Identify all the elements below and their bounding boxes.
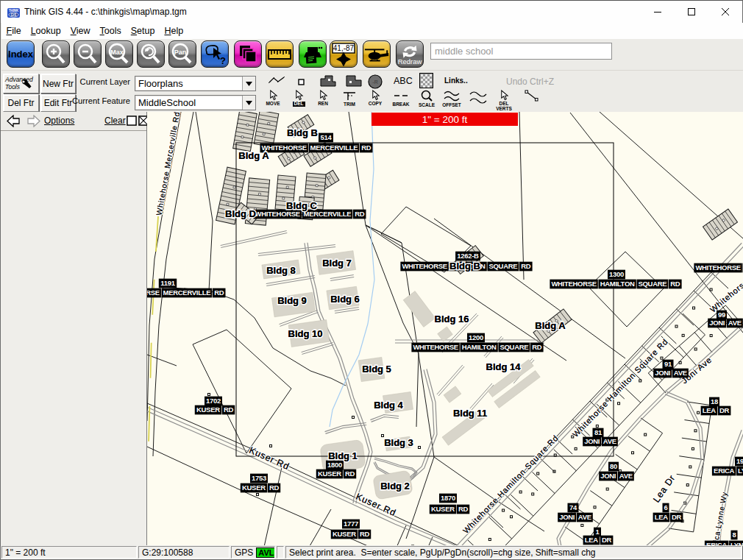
maximize-button[interactable] bbox=[675, 1, 708, 23]
menu-view[interactable]: View bbox=[65, 26, 95, 36]
links-button[interactable]: Links.. bbox=[444, 77, 468, 85]
edit-toolbar: AdvancedTools New Ftr Del Ftr Edit Ftr C… bbox=[1, 71, 743, 113]
svg-text:AVE: AVE bbox=[619, 472, 633, 480]
measure-button[interactable] bbox=[266, 40, 294, 68]
menu-tools[interactable]: Tools bbox=[95, 26, 126, 36]
svg-text:80: 80 bbox=[610, 462, 617, 470]
draw-polygon-icon[interactable] bbox=[319, 74, 337, 91]
menu-help[interactable]: Help bbox=[160, 26, 188, 36]
current-layer-select[interactable]: Floorplans bbox=[135, 76, 256, 91]
svg-text:KUSER: KUSER bbox=[318, 469, 341, 478]
svg-text:MERCERVILLE: MERCERVILLE bbox=[304, 210, 352, 218]
tool-segment[interactable] bbox=[519, 90, 544, 102]
svg-text:DR: DR bbox=[719, 406, 730, 414]
window-title: Think GIS 4.44 - c:\thinkgis\map\map.tgm bbox=[24, 7, 187, 17]
svg-text:Bldg D: Bldg D bbox=[225, 208, 256, 219]
svg-text:AVE: AVE bbox=[728, 319, 742, 327]
svg-text:RD: RD bbox=[355, 210, 365, 218]
current-feature-label: Current Feature bbox=[1, 96, 132, 105]
draw-point-icon[interactable] bbox=[297, 77, 306, 90]
status-gps: GPSAVL bbox=[231, 546, 275, 559]
app-icon: THINK GIS bbox=[7, 7, 20, 17]
svg-text:1870: 1870 bbox=[441, 494, 455, 502]
draw-rectangle-icon[interactable] bbox=[345, 74, 363, 91]
svg-text:WHITEHORSE: WHITEHORSE bbox=[147, 288, 160, 297]
svg-text:1200: 1200 bbox=[469, 333, 483, 341]
svg-text:GIS: GIS bbox=[11, 13, 17, 16]
svg-text:Bldg 7: Bldg 7 bbox=[322, 258, 352, 269]
minimize-button[interactable] bbox=[641, 1, 675, 23]
map-svg: Whitehorse Mercerville RdWhitehorse Merc… bbox=[147, 112, 743, 546]
svg-text:RD: RD bbox=[345, 469, 355, 478]
svg-text:Bldg 4: Bldg 4 bbox=[374, 400, 403, 411]
svg-text:Bldg 11: Bldg 11 bbox=[453, 408, 487, 419]
tool-copy[interactable]: COPY bbox=[363, 90, 388, 107]
undo-button[interactable]: Undo Ctrl+Z bbox=[506, 77, 554, 87]
zoom-in-button[interactable] bbox=[42, 40, 70, 68]
svg-text:AVE: AVE bbox=[603, 437, 616, 445]
draw-text-icon[interactable]: ABC bbox=[394, 75, 413, 89]
svg-text:18: 18 bbox=[711, 397, 718, 405]
chevron-down-icon[interactable] bbox=[242, 96, 255, 110]
svg-text:19: 19 bbox=[736, 457, 743, 465]
menu-lookup[interactable]: Lookup bbox=[26, 26, 65, 36]
tool-move[interactable]: MOVE bbox=[260, 90, 285, 107]
svg-text:DR: DR bbox=[672, 513, 682, 521]
layers-button[interactable] bbox=[234, 40, 262, 68]
svg-text:RD: RD bbox=[458, 505, 469, 513]
helicopter-button[interactable] bbox=[363, 40, 391, 68]
svg-text:1753: 1753 bbox=[252, 474, 266, 482]
search-input[interactable] bbox=[430, 43, 612, 60]
draw-image-icon[interactable] bbox=[419, 73, 433, 91]
close-button[interactable] bbox=[708, 1, 742, 23]
forward-arrow-icon[interactable] bbox=[27, 115, 40, 127]
tool-trim[interactable]: TRIM bbox=[337, 90, 362, 107]
tool-smooth[interactable] bbox=[466, 90, 491, 104]
gps-position-button[interactable]: 41,-87 bbox=[330, 40, 358, 68]
identify-button[interactable]: ? bbox=[201, 40, 229, 68]
clear-link[interactable]: Clear bbox=[104, 116, 126, 126]
status-message: Select print area. S=enter scale, PgUp/P… bbox=[285, 546, 742, 559]
svg-text:514: 514 bbox=[321, 133, 333, 141]
tool-ren[interactable]: REN bbox=[310, 90, 335, 107]
status-coords: G:29:100588 bbox=[138, 546, 230, 559]
svg-text:RD: RD bbox=[214, 288, 224, 297]
menu-file[interactable]: File bbox=[1, 26, 26, 36]
svg-text:LEA: LEA bbox=[703, 406, 717, 414]
current-layer-label: Current Layer bbox=[1, 77, 132, 86]
tool-break[interactable]: BREAK bbox=[388, 90, 413, 107]
tool-scale[interactable]: SCALE bbox=[414, 90, 439, 108]
zoom-out-button[interactable] bbox=[74, 40, 102, 68]
svg-text:1777: 1777 bbox=[344, 520, 358, 528]
svg-text:41,-87: 41,-87 bbox=[333, 44, 355, 52]
svg-text:JONI: JONI bbox=[584, 437, 600, 445]
options-link[interactable]: Options bbox=[44, 116, 74, 126]
tool-del-verts[interactable]: DELVERTS bbox=[491, 90, 516, 111]
zoom-previous-button[interactable] bbox=[137, 40, 165, 68]
svg-text:LYNNE: LYNNE bbox=[738, 467, 743, 475]
current-feature-select[interactable]: MiddleSchool bbox=[135, 95, 256, 110]
svg-text:HAMILTON: HAMILTON bbox=[462, 343, 497, 351]
back-arrow-icon[interactable] bbox=[7, 115, 20, 127]
current-feature-value: MiddleSchool bbox=[135, 97, 242, 108]
print-button[interactable] bbox=[299, 40, 327, 68]
svg-text:81: 81 bbox=[594, 428, 602, 436]
svg-text:Bldg B: Bldg B bbox=[287, 127, 318, 138]
tool-del[interactable]: DEL bbox=[286, 90, 311, 107]
svg-text:RD: RD bbox=[532, 343, 542, 351]
map-canvas[interactable]: Whitehorse Mercerville RdWhitehorse Merc… bbox=[147, 112, 743, 546]
svg-text:Bldg A: Bldg A bbox=[535, 320, 566, 331]
svg-text:HAMILTON: HAMILTON bbox=[600, 280, 635, 288]
svg-text:THINK: THINK bbox=[9, 9, 19, 13]
pan-button[interactable]: Pan bbox=[168, 40, 196, 68]
svg-text:1" = 200 ft: 1" = 200 ft bbox=[422, 114, 468, 125]
chevron-down-icon[interactable] bbox=[242, 77, 255, 91]
index-button[interactable]: Index bbox=[7, 40, 35, 68]
redraw-button[interactable]: Redraw bbox=[396, 40, 424, 68]
tool-offset[interactable]: OFFSET bbox=[439, 90, 464, 108]
checkbox-empty-icon[interactable] bbox=[127, 116, 137, 126]
draw-line-icon[interactable] bbox=[268, 75, 287, 88]
svg-text:WHITEHORSE: WHITEHORSE bbox=[551, 280, 596, 288]
menu-setup[interactable]: Setup bbox=[126, 26, 160, 36]
zoom-max-button[interactable]: Max bbox=[105, 40, 133, 68]
